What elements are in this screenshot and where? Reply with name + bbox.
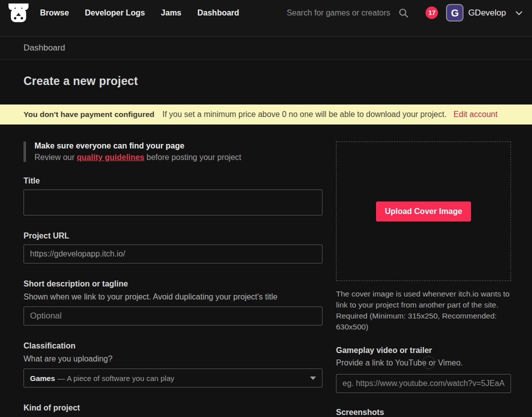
breadcrumb-bar: Dashboard: [0, 36, 532, 60]
page-title: Create a new project: [24, 74, 508, 88]
chevron-down-icon[interactable]: [514, 8, 524, 18]
search-input[interactable]: [286, 8, 396, 18]
upload-cover-image-button[interactable]: Upload Cover Image: [376, 202, 472, 222]
project-url-field-group: Project URL: [24, 232, 322, 264]
gameplay-video-help-text: Provide a link to YouTube or Vimeo.: [336, 358, 463, 367]
banner-bold-text: You don't have payment configured: [24, 110, 154, 119]
dropdown-caret-icon: [310, 376, 316, 380]
title-input[interactable]: [24, 190, 322, 216]
quality-hint: Make sure everyone can find your page Re…: [24, 142, 322, 162]
form-left-column: Make sure everyone can find your page Re…: [24, 142, 322, 417]
hint-title: Make sure everyone can find your page: [34, 142, 322, 150]
short-description-input[interactable]: [24, 306, 322, 326]
username[interactable]: GDevelop: [468, 8, 506, 18]
search-box: [286, 8, 408, 18]
top-nav: Browse Developer Logs Jams Dashboard 17 …: [0, 0, 532, 36]
hint-pre: Review our: [34, 153, 76, 162]
classification-selected-description: — A piece of software you can play: [58, 374, 174, 382]
notification-badge[interactable]: 17: [426, 6, 438, 19]
quality-guidelines-link[interactable]: quality guidelines: [76, 153, 144, 162]
screenshots-section: Screenshots Optional but highly recommen…: [336, 408, 511, 417]
short-description-label: Short description or tagline: [24, 280, 322, 288]
classification-label: Classification: [24, 342, 322, 350]
edit-account-link[interactable]: Edit account: [454, 110, 498, 119]
gameplay-video-help: Provide a link to YouTube or Vimeo.: [336, 358, 511, 368]
cover-image-help: The cover image is used whenever itch.io…: [336, 288, 511, 332]
screenshots-label: Screenshots: [336, 408, 511, 417]
avatar[interactable]: G: [446, 4, 464, 22]
classification-selected-value: Games: [30, 374, 55, 382]
gameplay-video-input[interactable]: [336, 374, 511, 393]
hint-subtitle: Review our quality guidelines before pos…: [34, 153, 322, 162]
classification-select[interactable]: Games — A piece of software you can play: [24, 368, 322, 388]
kind-of-project-label: Kind of project: [24, 404, 322, 412]
project-url-label: Project URL: [24, 232, 322, 240]
search-icon[interactable]: [398, 8, 408, 18]
payment-warning-banner: You don't have payment configured If you…: [0, 104, 532, 124]
nav-link-developer-logs[interactable]: Developer Logs: [85, 8, 145, 18]
gameplay-video-label: Gameplay video or trailer: [336, 346, 511, 355]
itchio-logo-icon[interactable]: [7, 2, 30, 24]
hint-post: before posting your project: [144, 153, 242, 162]
short-description-field-group: Short description or tagline Shown when …: [24, 280, 322, 326]
avatar-letter: G: [451, 8, 459, 18]
nav-link-dashboard[interactable]: Dashboard: [198, 8, 240, 18]
cover-image-dropzone[interactable]: Upload Cover Image: [336, 142, 511, 281]
nav-link-jams[interactable]: Jams: [161, 8, 182, 18]
short-description-help: Shown when we link to your project. Avoi…: [24, 292, 322, 302]
classification-field-group: Classification What are you uploading? G…: [24, 342, 322, 388]
title-field-group: Title: [24, 176, 322, 216]
page-header: Create a new project: [0, 60, 532, 88]
nav-link-browse[interactable]: Browse: [40, 8, 69, 18]
project-url-input[interactable]: [24, 244, 322, 264]
form-content: Make sure everyone can find your page Re…: [0, 124, 532, 417]
classification-help: What are you uploading?: [24, 354, 322, 364]
title-label: Title: [24, 176, 322, 186]
banner-text: If you set a minimum price above 0 no on…: [162, 110, 446, 119]
breadcrumb-dashboard[interactable]: Dashboard: [24, 43, 65, 53]
form-right-column: Upload Cover Image The cover image is us…: [336, 142, 511, 417]
